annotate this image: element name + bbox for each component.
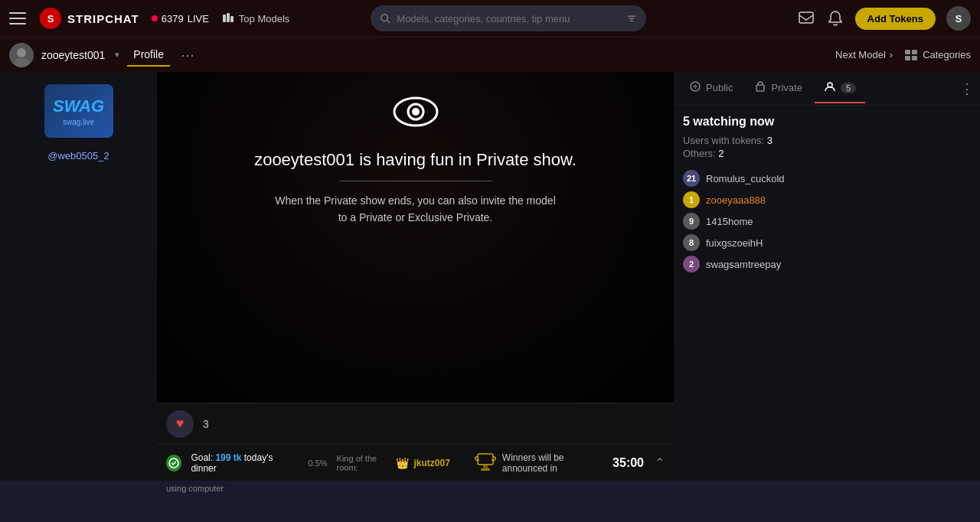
messages-icon[interactable] (797, 9, 815, 28)
goal-tokens: 199 tk (215, 452, 241, 463)
nav-right: Add Tokens S (797, 6, 971, 31)
more-options-button[interactable]: ⋯ (178, 44, 198, 67)
svg-rect-21 (478, 454, 493, 465)
trophy-icon (475, 452, 496, 474)
svg-rect-2 (223, 15, 226, 22)
winners-section: Winners will be announced in 35:00 ⌃ (475, 452, 665, 474)
goal-percent: 0.5% (308, 458, 327, 468)
left-sidebar: SWAG swag.live @web0505_2 (0, 72, 157, 481)
user-avatar[interactable]: S (946, 6, 971, 31)
svg-rect-22 (483, 465, 488, 468)
video-area: zooeytest001 is having fun in Private sh… (157, 72, 674, 481)
tab-private-label: Private (771, 82, 802, 93)
svg-point-11 (17, 48, 26, 57)
viewer-rank-badge: 1 (683, 191, 700, 208)
private-show-description: When the Private show ends, you can also… (270, 192, 561, 227)
streamer-name[interactable]: zooeytest001 (41, 49, 105, 61)
filter-icon[interactable] (626, 12, 637, 24)
users-with-tokens-label: Users with tokens: (683, 135, 764, 146)
goal-icon (166, 455, 181, 471)
private-chat-icon (754, 80, 766, 96)
private-show-title: zooeytest001 is having fun in Private sh… (254, 150, 577, 170)
live-count: 6379 (162, 13, 184, 24)
public-chat-icon (689, 80, 701, 96)
svg-rect-9 (631, 21, 633, 21)
streamer-avatar[interactable] (9, 43, 34, 67)
winners-text: Winners will be announced in (502, 452, 606, 474)
live-label: LIVE (188, 13, 209, 24)
sub-nav-right: Next Model › Categories (835, 49, 971, 60)
others-count: 2 (718, 148, 724, 159)
live-dot (152, 15, 158, 21)
viewer-name[interactable]: 1415home (706, 216, 753, 227)
svg-rect-25 (756, 85, 764, 91)
tab-public-label: Public (706, 82, 733, 93)
top-models-label: Top Models (239, 13, 289, 24)
king-name[interactable]: jkutz007 (413, 458, 449, 468)
viewer-name[interactable]: fuixgszoeihH (706, 237, 763, 249)
goal-text: Goal: 199 tk today's dinner (191, 452, 292, 474)
svg-rect-23 (481, 468, 490, 471)
search-input[interactable] (397, 13, 620, 24)
svg-point-26 (828, 83, 832, 87)
tab-private[interactable]: Private (745, 74, 811, 103)
watching-now-text: 5 watching now (683, 115, 971, 129)
viewer-name[interactable]: swagsamtreepay (706, 259, 781, 270)
grid-icon (905, 50, 919, 60)
others-row: Others: 2 (683, 148, 971, 159)
tab-public[interactable]: Public (680, 74, 742, 103)
top-models-link[interactable]: Top Models (221, 11, 289, 25)
tab-viewers[interactable]: 5 (815, 74, 865, 103)
users-with-tokens-row: Users with tokens: 3 (683, 135, 971, 146)
private-show-divider (339, 181, 492, 181)
svg-line-6 (387, 21, 390, 23)
like-button[interactable]: ♥ (166, 410, 194, 438)
categories-button[interactable]: Categories (905, 49, 971, 60)
viewer-stats: Users with tokens: 3 Others: 2 (683, 135, 971, 159)
crown-icon: 👑 (396, 457, 409, 469)
video-bottom-bar: ♥ 3 (157, 403, 674, 444)
collapse-button[interactable]: ⌃ (655, 455, 665, 470)
search-icon (380, 12, 390, 24)
svg-rect-8 (629, 18, 635, 19)
sub-navigation: zooeytest001 ▾ Profile ⋯ Next Model › Ca… (0, 37, 980, 72)
logo-text: STRIPCHAT (67, 12, 139, 25)
notifications-icon[interactable] (826, 9, 844, 28)
logo[interactable]: S STRIPCHAT (38, 6, 139, 31)
eye-icon (391, 87, 440, 139)
viewer-name[interactable]: Romulus_cuckold (706, 173, 785, 184)
add-tokens-button[interactable]: Add Tokens (855, 8, 936, 30)
main-layout: SWAG swag.live @web0505_2 zooeytest001 i… (0, 72, 980, 481)
svg-point-5 (381, 15, 388, 21)
svg-text:S: S (47, 13, 54, 24)
svg-point-19 (412, 108, 420, 116)
king-label: King of the room: (337, 454, 392, 472)
svg-rect-3 (227, 13, 230, 22)
viewer-rank-badge: 8 (683, 234, 700, 251)
search-bar[interactable] (371, 5, 646, 31)
video-content: zooeytest001 is having fun in Private sh… (157, 72, 674, 403)
svg-rect-4 (230, 16, 234, 22)
top-navigation: S STRIPCHAT 6379 LIVE Top Models Add Tok… (0, 0, 980, 37)
profile-tab[interactable]: Profile (127, 44, 170, 67)
winners-countdown: 35:00 (612, 456, 644, 470)
chat-body: 5 watching now Users with tokens: 3 Othe… (674, 106, 980, 481)
svg-point-12 (14, 58, 29, 67)
viewer-name[interactable]: zooeyaaa888 (706, 194, 766, 206)
viewer-count-badge: 5 (841, 83, 856, 93)
swag-text: SWAG (53, 96, 104, 116)
list-item: 91415home (683, 213, 971, 230)
king-section: King of the room: 👑 jkutz007 (337, 454, 450, 472)
svg-rect-14 (912, 50, 917, 54)
viewer-rank-badge: 2 (683, 256, 700, 272)
private-show-overlay: zooeytest001 is having fun in Private sh… (157, 72, 674, 242)
swag-logo[interactable]: SWAG swag.live (44, 84, 113, 138)
viewer-rank-badge: 9 (683, 213, 700, 230)
dropdown-arrow-icon[interactable]: ▾ (115, 50, 119, 60)
list-item: 21Romulus_cuckold (683, 170, 971, 187)
hamburger-menu[interactable] (9, 10, 26, 27)
chat-more-options[interactable]: ⋮ (960, 80, 974, 97)
next-model-button[interactable]: Next Model › (835, 49, 893, 60)
users-with-tokens-count: 3 (767, 135, 773, 146)
goal-label: Goal: (191, 452, 213, 463)
